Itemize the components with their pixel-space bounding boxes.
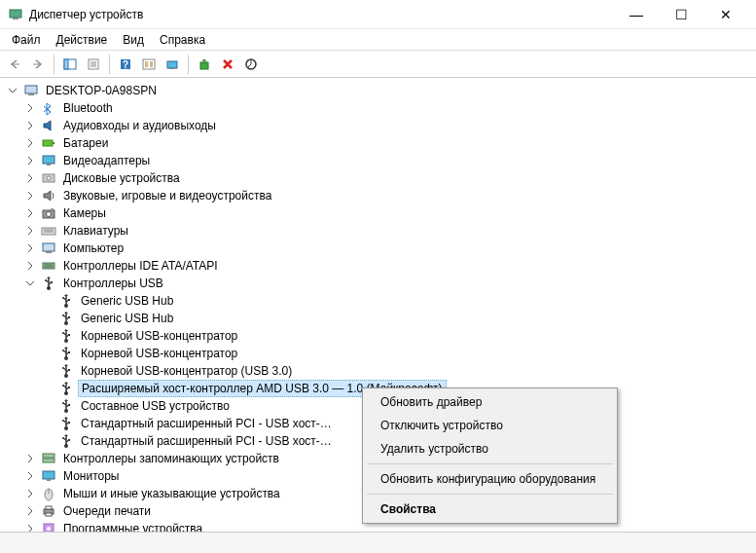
expand-icon[interactable] xyxy=(23,452,37,465)
tree-category[interactable]: Батареи xyxy=(2,134,754,152)
window-buttons: — ☐ ✕ xyxy=(614,0,748,29)
cm-disable-device[interactable]: Отключить устройство xyxy=(365,414,615,437)
maximize-button[interactable]: ☐ xyxy=(659,0,703,29)
expand-icon[interactable] xyxy=(23,154,37,167)
svg-rect-39 xyxy=(51,281,53,283)
tree-category[interactable]: Звуковые, игровые и видеоустройства xyxy=(2,187,754,204)
expand-icon[interactable] xyxy=(23,206,37,220)
svg-point-86 xyxy=(47,527,51,531)
tree-category[interactable]: Камеры xyxy=(2,204,754,222)
scan-hardware-button[interactable] xyxy=(162,54,183,75)
update-driver-button[interactable] xyxy=(240,54,262,75)
svg-rect-0 xyxy=(10,10,21,18)
tree-spacer xyxy=(41,417,54,430)
monitor-icon xyxy=(41,468,56,484)
tree-spacer xyxy=(41,294,54,308)
cm-scan-hardware[interactable]: Обновить конфигурацию оборудования xyxy=(365,467,615,491)
expand-icon[interactable] xyxy=(23,259,37,273)
tree-device[interactable]: Корневой USB-концентратор (USB 3.0) xyxy=(2,362,754,380)
show-hide-console-button[interactable] xyxy=(59,54,81,75)
collapse-icon[interactable] xyxy=(23,276,37,290)
tree-device[interactable]: Generic USB Hub xyxy=(2,292,754,310)
forward-button[interactable] xyxy=(27,54,49,75)
svg-rect-63 xyxy=(68,387,70,388)
expand-icon[interactable] xyxy=(23,522,37,532)
tree-spacer xyxy=(41,434,54,448)
expand-icon[interactable] xyxy=(23,241,37,255)
tree-device[interactable]: Корневой USB-концентратор xyxy=(2,345,754,362)
svg-rect-77 xyxy=(43,459,54,462)
tree-category[interactable]: Аудиовходы и аудиовыходы xyxy=(2,117,754,134)
expand-icon[interactable] xyxy=(23,504,37,518)
svg-point-74 xyxy=(62,437,64,439)
svg-rect-27 xyxy=(51,208,54,210)
tree-category[interactable]: Дисковые устройства xyxy=(2,169,754,187)
mouse-icon xyxy=(41,486,56,501)
menu-help[interactable]: Справка xyxy=(152,31,213,49)
svg-point-66 xyxy=(62,402,64,404)
toolbar: ? xyxy=(0,51,756,78)
tree-item-label: Контроллеры USB xyxy=(60,276,166,291)
tree-item-label: Мониторы xyxy=(60,468,122,484)
svg-point-26 xyxy=(47,212,52,217)
expand-icon[interactable] xyxy=(23,189,37,203)
usb-icon xyxy=(58,311,74,326)
display-icon xyxy=(41,153,56,168)
toolbar-icon[interactable] xyxy=(138,54,160,75)
usb-icon xyxy=(41,276,56,291)
uninstall-button[interactable] xyxy=(217,54,238,75)
tree-device[interactable]: Generic USB Hub xyxy=(2,310,754,327)
svg-rect-3 xyxy=(64,59,68,69)
svg-rect-20 xyxy=(53,142,54,144)
minimize-button[interactable]: — xyxy=(614,0,659,29)
keyboard-icon xyxy=(41,223,56,239)
window-title: Диспетчер устройств xyxy=(29,8,614,21)
help-button[interactable]: ? xyxy=(115,54,136,75)
expand-icon[interactable] xyxy=(23,101,37,115)
svg-point-70 xyxy=(62,420,64,422)
tree-root[interactable]: DESKTOP-0A98SPN xyxy=(2,82,754,99)
menu-action[interactable]: Действие xyxy=(49,31,116,49)
tree-device[interactable]: Корневой USB-концентратор xyxy=(2,327,754,345)
tree-item-label: Корневой USB-концентратор (USB 3.0) xyxy=(78,363,295,379)
svg-rect-18 xyxy=(28,93,34,95)
close-button[interactable]: ✕ xyxy=(703,0,748,29)
collapse-icon[interactable] xyxy=(6,84,19,97)
tree-item-label: Программные устройства xyxy=(60,521,205,532)
expand-icon[interactable] xyxy=(23,171,37,185)
usb-icon xyxy=(58,346,74,361)
svg-rect-59 xyxy=(68,369,70,371)
tree-item-label: Клавиатуры xyxy=(60,223,131,239)
cm-properties[interactable]: Свойства xyxy=(365,498,615,521)
svg-rect-67 xyxy=(68,404,70,406)
tree-spacer xyxy=(41,312,54,325)
svg-rect-22 xyxy=(47,164,51,166)
svg-point-42 xyxy=(62,297,64,299)
menu-view[interactable]: Вид xyxy=(115,31,152,49)
expand-icon[interactable] xyxy=(23,119,37,132)
titlebar: Диспетчер устройств — ☐ ✕ xyxy=(0,0,756,29)
cm-uninstall-device[interactable]: Удалить устройство xyxy=(365,437,615,461)
tree-category[interactable]: Компьютер xyxy=(2,240,754,257)
audio-icon xyxy=(41,118,56,133)
tree-category[interactable]: Клавиатуры xyxy=(2,222,754,240)
svg-rect-76 xyxy=(43,454,54,458)
tree-item-label: Видеоадаптеры xyxy=(60,153,153,168)
tree-item-label: Generic USB Hub xyxy=(78,293,176,309)
menu-file[interactable]: Файл xyxy=(4,31,49,49)
svg-rect-12 xyxy=(150,61,153,67)
expand-icon[interactable] xyxy=(23,469,37,483)
expand-icon[interactable] xyxy=(23,224,37,238)
tree-category[interactable]: Контроллеры IDE ATA/ATAPI xyxy=(2,257,754,275)
cm-update-driver[interactable]: Обновить драйвер xyxy=(365,390,615,414)
expand-icon[interactable] xyxy=(23,487,37,500)
expand-icon[interactable] xyxy=(23,136,37,150)
tree-category[interactable]: Видеоадаптеры xyxy=(2,152,754,169)
back-button[interactable] xyxy=(4,54,25,75)
disk-icon xyxy=(41,170,56,186)
tree-category[interactable]: Bluetooth xyxy=(2,99,754,117)
tree-item-label: Аудиовходы и аудиовыходы xyxy=(60,118,219,133)
properties-button[interactable] xyxy=(83,54,104,75)
enable-device-button[interactable] xyxy=(194,54,215,75)
tree-category[interactable]: Контроллеры USB xyxy=(2,275,754,292)
